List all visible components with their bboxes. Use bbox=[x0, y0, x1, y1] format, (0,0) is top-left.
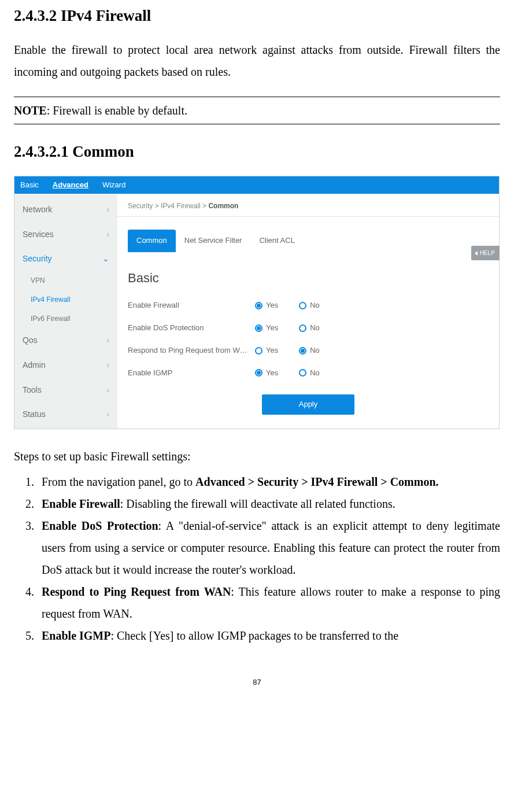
radio-dot-icon bbox=[255, 347, 262, 355]
form-label: Enable IGMP bbox=[128, 366, 255, 381]
steps-list: From the navigation panel, go to Advance… bbox=[14, 471, 500, 647]
radio-dot-icon bbox=[299, 369, 306, 377]
main-panel: Security > IPv4 Firewall > Common Common… bbox=[117, 194, 499, 429]
step-1: From the navigation panel, go to Advance… bbox=[37, 471, 500, 493]
sidebar-item-qos[interactable]: Qos› bbox=[14, 328, 117, 353]
radio-label: Yes bbox=[266, 366, 278, 381]
sidebar-item-label: Security bbox=[23, 251, 52, 267]
page-number: 87 bbox=[14, 676, 500, 690]
top-tabs: Basic Advanced Wizard bbox=[14, 176, 499, 194]
form-label: Enable Firewall bbox=[128, 298, 255, 313]
radio-dot-icon bbox=[299, 302, 306, 309]
breadcrumb-current: Common bbox=[208, 202, 238, 210]
section-heading: 2.4.3.2 IPv4 Firewall bbox=[14, 6, 500, 26]
step-text: : Disabling the firewall will deactivate… bbox=[120, 497, 395, 510]
step-2: Enable Firewall: Disabling the firewall … bbox=[37, 493, 500, 515]
radio-dot-icon bbox=[299, 324, 306, 332]
apply-button[interactable]: Apply bbox=[262, 394, 354, 415]
sidebar-item-label: Status bbox=[23, 407, 46, 422]
sidebar-item-admin[interactable]: Admin› bbox=[14, 353, 117, 378]
radio-label: No bbox=[310, 298, 320, 313]
sidebar-subitem-vpn[interactable]: VPN bbox=[14, 271, 117, 290]
radio-yes[interactable]: Yes bbox=[255, 344, 278, 358]
step-bold: Respond to Ping Request from WAN bbox=[42, 585, 231, 598]
radio-label: No bbox=[310, 321, 320, 335]
subtab-net-service-filter[interactable]: Net Service Filter bbox=[176, 230, 251, 252]
radio-no[interactable]: No bbox=[299, 344, 320, 358]
sidebar-item-label: Qos bbox=[23, 333, 38, 348]
triangle-left-icon bbox=[475, 251, 478, 256]
help-label: HELP bbox=[480, 248, 495, 259]
radio-yes[interactable]: Yes bbox=[255, 321, 278, 335]
basic-form: Enable Firewall Yes No Enable DoS Protec… bbox=[117, 294, 499, 384]
radio-yes[interactable]: Yes bbox=[255, 298, 278, 313]
radio-label: No bbox=[310, 344, 320, 358]
step-bold: Enable IGMP bbox=[42, 629, 110, 642]
chevron-right-icon: › bbox=[106, 202, 109, 217]
step-text: From the navigation panel, go to bbox=[42, 475, 195, 488]
radio-dot-icon bbox=[255, 369, 262, 377]
step-bold: Enable DoS Protection bbox=[42, 519, 158, 532]
tab-advanced[interactable]: Advanced bbox=[53, 178, 88, 193]
tab-basic[interactable]: Basic bbox=[20, 178, 39, 193]
sidebar-subitem-ipv6-firewall[interactable]: IPv6 Firewall bbox=[14, 309, 117, 329]
subtabs: Common Net Service Filter Client ACL bbox=[117, 217, 499, 252]
radio-dot-icon bbox=[255, 302, 262, 309]
note-box: NOTE: Firewall is enable by default. bbox=[14, 97, 500, 124]
note-text: : Firewall is enable by default. bbox=[47, 104, 187, 117]
form-label: Respond to Ping Request from W… bbox=[128, 344, 255, 358]
chevron-right-icon: › bbox=[106, 333, 109, 348]
step-4: Respond to Ping Request from WAN: This f… bbox=[37, 581, 500, 625]
step-text: : Check [Yes] to allow IGMP packages to … bbox=[110, 629, 398, 642]
tab-wizard[interactable]: Wizard bbox=[102, 178, 125, 193]
sidebar-item-status[interactable]: Status› bbox=[14, 402, 117, 427]
breadcrumb: Security > IPv4 Firewall > Common bbox=[117, 196, 499, 217]
step-3: Enable DoS Protection: A "denial-of-serv… bbox=[37, 515, 500, 581]
radio-dot-icon bbox=[255, 324, 262, 332]
note-label: NOTE bbox=[14, 104, 47, 117]
step-5: Enable IGMP: Check [Yes] to allow IGMP p… bbox=[37, 625, 500, 647]
radio-label: Yes bbox=[266, 344, 278, 358]
form-label: Enable DoS Protection bbox=[128, 321, 255, 335]
sidebar-item-tools[interactable]: Tools› bbox=[14, 378, 117, 403]
sidebar-subitem-ipv4-firewall[interactable]: IPv4 Firewall bbox=[14, 290, 117, 309]
subsection-heading: 2.4.3.2.1 Common bbox=[14, 142, 500, 162]
sidebar: Network› Services› Security⌄ VPN IPv4 Fi… bbox=[14, 194, 117, 429]
breadcrumb-path: Security > IPv4 Firewall > bbox=[128, 202, 208, 210]
form-row-enable-dos: Enable DoS Protection Yes No bbox=[128, 317, 489, 339]
radio-no[interactable]: No bbox=[299, 298, 320, 313]
intro-paragraph: Enable the firewall to protect local are… bbox=[14, 39, 500, 83]
step-bold: Enable Firewall bbox=[42, 497, 120, 510]
radio-label: Yes bbox=[266, 298, 278, 313]
sidebar-item-label: Network bbox=[23, 202, 52, 217]
sidebar-item-label: Services bbox=[23, 227, 54, 242]
chevron-down-icon: ⌄ bbox=[102, 251, 109, 267]
sidebar-item-security[interactable]: Security⌄ bbox=[14, 246, 117, 271]
sidebar-item-network[interactable]: Network› bbox=[14, 197, 117, 222]
sidebar-item-label: Tools bbox=[23, 382, 42, 398]
router-ui-screenshot: Basic Advanced Wizard Network› Services›… bbox=[14, 176, 500, 429]
form-row-enable-igmp: Enable IGMP Yes No bbox=[128, 362, 489, 385]
form-row-enable-firewall: Enable Firewall Yes No bbox=[128, 294, 489, 317]
chevron-right-icon: › bbox=[106, 227, 109, 242]
chevron-right-icon: › bbox=[106, 382, 109, 398]
step-bold: Advanced > Security > IPv4 Firewall > Co… bbox=[195, 475, 438, 488]
subtab-client-acl[interactable]: Client ACL bbox=[250, 230, 303, 252]
sidebar-item-services[interactable]: Services› bbox=[14, 222, 117, 247]
chevron-right-icon: › bbox=[106, 407, 109, 422]
radio-no[interactable]: No bbox=[299, 366, 320, 381]
radio-dot-icon bbox=[299, 347, 306, 355]
chevron-right-icon: › bbox=[106, 357, 109, 373]
sidebar-item-label: Admin bbox=[23, 357, 46, 373]
subtab-common[interactable]: Common bbox=[128, 230, 176, 252]
help-button[interactable]: HELP bbox=[471, 246, 500, 260]
form-row-respond-ping: Respond to Ping Request from W… Yes No bbox=[128, 339, 489, 362]
steps-intro: Steps to set up basic Firewall settings: bbox=[14, 445, 500, 467]
radio-yes[interactable]: Yes bbox=[255, 366, 278, 381]
panel-title: Basic bbox=[117, 252, 499, 295]
radio-no[interactable]: No bbox=[299, 321, 320, 335]
radio-label: Yes bbox=[266, 321, 278, 335]
radio-label: No bbox=[310, 366, 320, 381]
